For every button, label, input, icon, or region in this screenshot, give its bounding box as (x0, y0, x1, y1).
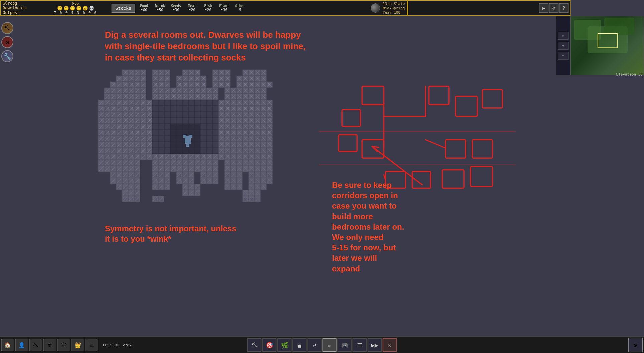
fortress-subtitle: Bowelboots (3, 6, 39, 10)
wrench-icon[interactable]: 🔧 (1, 50, 13, 62)
svg-rect-21 (224, 88, 267, 94)
svg-rect-62 (152, 196, 164, 202)
seeds-value: ~30 (173, 8, 179, 12)
svg-rect-80 (482, 90, 502, 108)
date-section: 13th Slate Mid-Spring Year 100 (371, 2, 405, 15)
svg-rect-10 (152, 76, 170, 82)
panel-expand-btn[interactable]: ↔ (558, 32, 569, 40)
center-square-btn[interactable]: ▣ (293, 338, 307, 352)
bottom-scale-icon[interactable]: ⚖ (86, 339, 98, 351)
svg-rect-47 (110, 178, 140, 184)
svg-rect-12 (212, 76, 230, 82)
pop-numbers: 7 0 0 4 3 0 0 0 (54, 11, 97, 15)
svg-rect-73 (362, 86, 384, 105)
svg-rect-45 (224, 172, 243, 178)
center-skip-btn[interactable]: ▶▶ (368, 338, 382, 352)
center-game-btn[interactable]: 🎮 (338, 338, 352, 352)
panel-zoom-out-btn[interactable]: − (558, 52, 569, 60)
center-edit-btn[interactable]: ✏ (323, 338, 337, 352)
svg-rect-78 (429, 86, 449, 105)
top-right-toolbar: ▶ ⚙ ? (408, 0, 571, 16)
bottom-person-icon[interactable]: 👤 (15, 339, 28, 351)
date-line2: Mid-Spring (383, 6, 405, 10)
bottom-right-icon[interactable]: ⚙ (628, 338, 643, 352)
svg-rect-46 (249, 172, 273, 178)
svg-rect-90 (446, 140, 466, 158)
top-annotation: Dig a several rooms out. Dwarves will be… (105, 29, 306, 63)
seeds-label: Seeds (171, 4, 181, 8)
emoji-green2: 🙂 (63, 6, 69, 11)
center-pickaxe-btn[interactable]: ⛏ (248, 338, 262, 352)
svg-rect-18 (236, 82, 273, 88)
moon-icon (371, 3, 380, 13)
pop-row: 🙂 🙂 😐 🙁 😠 💀 (57, 6, 94, 11)
bottom-crown-icon[interactable]: 👑 (71, 339, 84, 351)
food-value: ~60 (141, 8, 147, 12)
svg-rect-56 (224, 184, 243, 190)
svg-rect-20 (152, 88, 218, 94)
svg-rect-41 (110, 172, 140, 178)
plant-value: ~30 (221, 8, 227, 12)
svg-rect-68 (189, 135, 192, 138)
center-plant-btn[interactable]: 🌿 (278, 338, 292, 352)
svg-rect-40 (224, 166, 273, 172)
seeds-resource: Seeds ~30 (170, 4, 182, 12)
fish-label: Fish (204, 4, 212, 8)
svg-rect-8 (243, 70, 267, 76)
center-menu-btn[interactable]: ☰ (353, 338, 367, 352)
svg-rect-53 (116, 184, 140, 190)
panel-zoom-in-btn[interactable]: + (558, 42, 569, 50)
svg-rect-14 (110, 82, 146, 88)
svg-rect-91 (472, 140, 492, 158)
fish-resource: Fish ~20 (202, 4, 214, 12)
drink-value: ~50 (157, 8, 163, 12)
center-undo-btn[interactable]: ↩ (308, 338, 322, 352)
bottom-building-icon[interactable]: 🏛 (57, 339, 70, 351)
svg-rect-4 (122, 70, 146, 76)
bottom-right-icons: ⚙ (628, 338, 644, 352)
svg-rect-55 (182, 184, 200, 190)
svg-line-81 (372, 146, 422, 185)
bottom-left-annotation: Symmetry is not important, unlessit is t… (105, 223, 236, 244)
emoji-yellow: 😐 (70, 6, 75, 11)
center-sword-btn[interactable]: ⚔ (383, 338, 397, 352)
dungeon-map (98, 70, 305, 233)
minimap-viewport (598, 33, 618, 48)
center-target-btn[interactable]: 🎯 (263, 338, 277, 352)
svg-rect-63 (243, 196, 261, 202)
svg-rect-35 (98, 160, 140, 166)
svg-line-92 (426, 140, 446, 148)
svg-rect-43 (176, 172, 194, 178)
fish-value: ~20 (205, 8, 211, 12)
plant-resource: Plant ~30 (218, 4, 230, 12)
toolbar-settings-btn[interactable]: ⚙ (549, 3, 558, 13)
svg-rect-84 (339, 135, 357, 151)
bottom-left-icons: 🏠 👤 ⛏ 🗑 🏛 👑 ⚖ (0, 339, 100, 351)
toolbar-help-btn[interactable]: ? (559, 3, 569, 13)
svg-rect-61 (122, 196, 140, 202)
pickaxe-icon[interactable]: ⛏ (1, 22, 13, 34)
elevation-label: Elevation 38 (616, 72, 643, 352)
svg-rect-66 (183, 135, 186, 138)
svg-rect-13 (236, 76, 267, 82)
stocks-button[interactable]: Stocks (112, 4, 135, 13)
svg-rect-38 (98, 166, 140, 172)
emoji-green: 🙂 (57, 6, 62, 11)
bottom-pickaxe-icon[interactable]: ⛏ (29, 339, 42, 351)
right-panel-controls: ↔ + − (556, 16, 571, 75)
svg-rect-59 (182, 190, 200, 196)
svg-rect-93 (442, 170, 464, 188)
food-resource: Food ~60 (138, 4, 150, 12)
svg-rect-69 (185, 138, 191, 141)
drink-label: Drink (155, 4, 165, 8)
cancel-icon[interactable]: ⊘ (1, 36, 13, 48)
svg-rect-50 (200, 178, 218, 184)
bottom-home-icon[interactable]: 🏠 (1, 339, 14, 351)
svg-rect-70 (186, 141, 189, 147)
toolbar-play-btn[interactable]: ▶ (539, 3, 548, 13)
fortress-info: Gúrcog Bowelboots Outpost (3, 1, 39, 15)
fortress-type: Outpost (3, 10, 39, 15)
minimap (571, 16, 644, 75)
bottom-bag-icon[interactable]: 🗑 (43, 339, 56, 351)
top-bar: Gúrcog Bowelboots Outpost Pop 🙂 🙂 😐 🙁 😠 … (0, 0, 408, 16)
